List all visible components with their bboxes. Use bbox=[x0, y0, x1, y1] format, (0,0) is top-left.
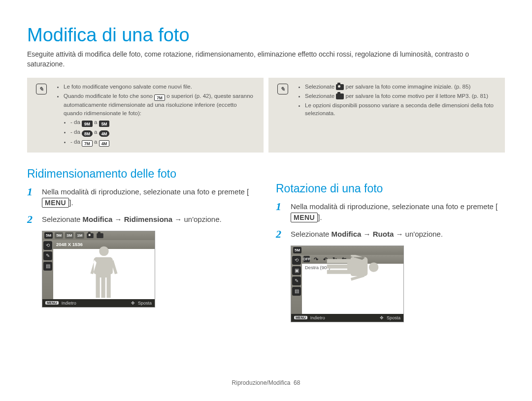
note-item: Quando modificate le foto che sono 7M o … bbox=[64, 92, 254, 147]
res-chip-icon: 4M bbox=[99, 130, 110, 137]
step: 1 Nella modalità di riproduzione, selezi… bbox=[27, 186, 256, 208]
mp3-skin-icon bbox=[336, 93, 344, 99]
footer-page-number: 68 bbox=[294, 379, 300, 386]
step-text: Nella modalità di riproduzione, selezion… bbox=[42, 186, 256, 208]
menu-chip-small: MENU bbox=[45, 301, 59, 305]
nav-icon: ✥ bbox=[131, 301, 135, 306]
page-title: Modifica di una foto bbox=[27, 25, 505, 46]
cam-side-toolbar: ⟲ ▣ ✎ ▤ bbox=[291, 255, 302, 314]
edit-icon: ✎ bbox=[43, 251, 52, 260]
step-number: 1 bbox=[27, 186, 36, 197]
step-number: 2 bbox=[27, 214, 36, 225]
person-silhouette bbox=[86, 245, 123, 299]
camera-screen-rotate: 5M ⟲ ▣ ✎ ▤ OFF ↷ ↶ ↻ ⇆ ⇅ bbox=[291, 246, 404, 322]
step-text: Selezionate Modifica → Ridimensiona → un… bbox=[42, 214, 222, 225]
cam-preview: OFF ↷ ↶ ↻ ⇆ ⇅ Destra (90°) bbox=[302, 255, 403, 314]
note-box-left: ✎ Le foto modificate vengono salvate com… bbox=[27, 78, 264, 153]
res-chip-icon: 8M bbox=[82, 130, 93, 137]
person-silhouette-rotated bbox=[326, 255, 380, 286]
cam-footer: MENU Indietro ✥ Sposta bbox=[42, 299, 155, 307]
res-chip-icon: 7M bbox=[154, 94, 165, 101]
cam-footer: MENU Indietro ✥ Sposta bbox=[291, 314, 403, 322]
cam-top-toolbar: 5M bbox=[291, 246, 403, 255]
note-item: Selezionate per salvare la foto come imm… bbox=[305, 83, 495, 91]
rotate-right-icon: ↷ bbox=[313, 256, 319, 262]
note-item: Le opzioni disponibili possono variare a… bbox=[305, 101, 495, 118]
startup-image-icon bbox=[87, 233, 94, 238]
camera-screen-resize: 5M 5M 3M 1M ⟲ ✎ ▤ 2048 X 1536 bbox=[42, 231, 155, 308]
adjust-icon: ▤ bbox=[292, 287, 301, 296]
section-title-rotate: Rotazione di una foto bbox=[276, 182, 505, 195]
cam-back-label: Indietro bbox=[62, 301, 76, 306]
step-text: Selezionate Modifica → Ruota → un'opzion… bbox=[291, 229, 443, 240]
col-rotate: Rotazione di una foto 1 Nella modalità d… bbox=[276, 167, 505, 322]
cam-preview: 2048 X 1536 bbox=[53, 240, 155, 299]
res-chip-icon: 9M bbox=[82, 121, 93, 127]
note-item: Selezionate per salvare la foto come mot… bbox=[305, 92, 495, 100]
startup-image-icon bbox=[336, 84, 344, 90]
content-columns: Ridimensionamento delle foto 1 Nella mod… bbox=[27, 167, 505, 322]
res-chip-icon: 7M bbox=[82, 140, 93, 147]
res-chip: 3M bbox=[65, 232, 73, 239]
adjust-icon: ▤ bbox=[43, 262, 52, 271]
footer-section: Riproduzione/Modifica bbox=[232, 379, 291, 386]
rotate-mode-icon: ▣ bbox=[292, 266, 301, 275]
res-chip-icon: 4M bbox=[99, 140, 110, 147]
step: 2 Selezionate Modifica → Ruota → un'opzi… bbox=[276, 229, 505, 240]
section-title-resize: Ridimensionamento delle foto bbox=[27, 167, 256, 181]
step-number: 1 bbox=[276, 201, 285, 212]
res-chip: 1M bbox=[75, 232, 84, 239]
res-chip: 5M bbox=[293, 247, 301, 253]
menu-button-icon: MENU bbox=[42, 198, 69, 208]
note-icon: ✎ bbox=[277, 84, 288, 94]
step: 2 Selezionate Modifica → Ridimensiona → … bbox=[27, 214, 256, 225]
nav-icon: ✥ bbox=[380, 315, 384, 320]
resize-mode-icon: ⟲ bbox=[43, 241, 52, 250]
res-chip: 5M bbox=[55, 232, 63, 239]
edit-icon: ✎ bbox=[292, 277, 301, 285]
cam-top-toolbar: 5M 5M 3M 1M bbox=[42, 231, 155, 240]
dash-item: da 9M a 5M bbox=[70, 118, 254, 127]
resize-mode-icon: ⟲ bbox=[292, 256, 301, 265]
cam-side-toolbar: ⟲ ✎ ▤ bbox=[42, 240, 53, 299]
step-text: Nella modalità di riproduzione, selezion… bbox=[291, 201, 505, 223]
mp3-skin-icon bbox=[97, 233, 103, 238]
note-icon: ✎ bbox=[36, 84, 47, 94]
note-row: ✎ Le foto modificate vengono salvate com… bbox=[27, 78, 505, 153]
cam-move-label: Sposta bbox=[138, 301, 152, 306]
note-item: Le foto modificate vengono salvate come … bbox=[64, 83, 254, 91]
res-chip: 5M bbox=[44, 232, 53, 239]
step: 1 Nella modalità di riproduzione, selezi… bbox=[276, 201, 505, 223]
menu-button-icon: MENU bbox=[291, 213, 318, 222]
dash-item: da 8M a 4M bbox=[70, 128, 254, 137]
page-footer: Riproduzione/Modifica 68 bbox=[0, 379, 532, 386]
dash-item: da 7M a 4M bbox=[70, 138, 254, 147]
note-text: Quando modificate le foto che sono bbox=[64, 93, 154, 99]
menu-chip-small: MENU bbox=[294, 316, 307, 319]
intro-paragraph: Eseguite attività di modifica delle foto… bbox=[27, 50, 505, 69]
cam-back-label: Indietro bbox=[310, 315, 325, 320]
cam-move-label: Sposta bbox=[387, 315, 400, 320]
rotate-off-icon: OFF bbox=[303, 256, 310, 262]
col-resize: Ridimensionamento delle foto 1 Nella mod… bbox=[27, 167, 256, 308]
step-number: 2 bbox=[276, 229, 285, 240]
res-chip-icon: 5M bbox=[99, 121, 110, 127]
note-box-right: ✎ Selezionate per salvare la foto come i… bbox=[268, 78, 505, 153]
